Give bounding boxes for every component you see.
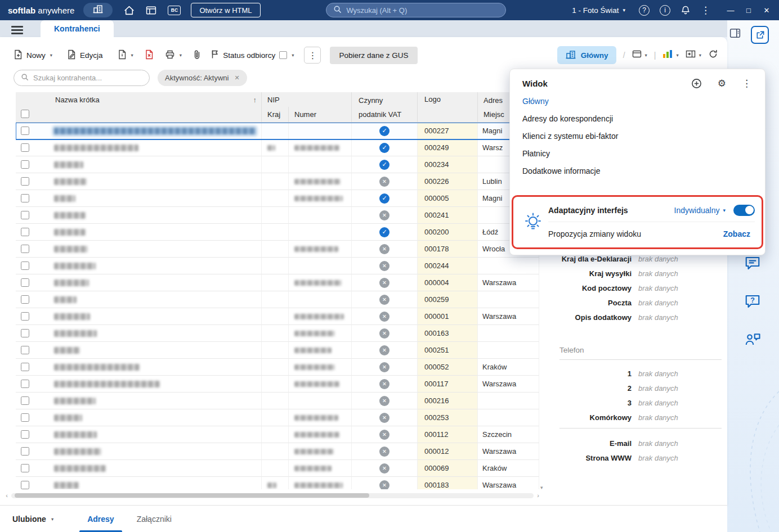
table-row[interactable]: ✕000259 <box>16 291 539 308</box>
topbar-menu-icon[interactable]: ⋮ <box>701 4 710 16</box>
scroll-down-icon[interactable]: ▾ <box>540 485 543 490</box>
toolbar-more-button[interactable]: ⋮ <box>304 47 321 64</box>
scroll-left-icon[interactable]: ‹ <box>3 492 10 499</box>
notifications-icon[interactable] <box>680 5 691 15</box>
row-checkbox[interactable] <box>21 464 29 472</box>
table-row[interactable]: ✕000001Warszawa <box>16 308 539 325</box>
contractor-search[interactable] <box>14 70 150 86</box>
table-row[interactable]: ✓000227Magni <box>16 123 539 139</box>
table-row[interactable]: ✕000004Warszawa <box>16 274 539 291</box>
table-row[interactable]: ✓000200Łódź <box>16 224 539 241</box>
view-option[interactable]: Płatnicy <box>510 145 765 163</box>
delete-button[interactable] <box>145 49 154 61</box>
table-row[interactable]: ✕000117Warszawa <box>16 376 539 393</box>
column-header-logo[interactable]: Logo <box>418 92 478 122</box>
contractor-search-input[interactable] <box>33 74 142 82</box>
row-checkbox[interactable] <box>21 396 29 405</box>
table-row[interactable]: ✕000244 <box>16 258 539 274</box>
edit-button[interactable]: Edycja <box>67 49 103 61</box>
settings-gear-icon[interactable]: ⚙ <box>718 78 726 89</box>
table-row[interactable]: ✕000226Lublin <box>16 173 539 190</box>
row-checkbox[interactable] <box>21 295 29 304</box>
maximize-button[interactable]: □ <box>740 6 758 15</box>
row-checkbox[interactable] <box>21 262 29 270</box>
table-row[interactable]: ✕000253 <box>16 409 539 426</box>
row-checkbox[interactable] <box>21 177 29 186</box>
pin-panel-icon[interactable] <box>729 28 741 40</box>
bottom-tab[interactable]: Załączniki <box>126 506 183 532</box>
view-popup-menu-icon[interactable]: ⋮ <box>742 78 751 89</box>
scroll-right-icon[interactable]: › <box>535 492 541 499</box>
row-checkbox[interactable] <box>21 380 29 388</box>
tab-kontrahenci[interactable]: Kontrahenci <box>41 20 114 37</box>
row-checkbox[interactable] <box>21 447 29 456</box>
minimize-button[interactable]: — <box>722 6 740 15</box>
table-row[interactable]: ✓000249Warsz <box>16 139 539 156</box>
table-row[interactable]: ✕000112Szczecin <box>16 426 539 443</box>
recipient-status-button[interactable]: Status odbiorcy ▾ <box>211 49 294 61</box>
row-checkbox[interactable] <box>21 329 29 337</box>
company-selector[interactable]: 1 - Foto Świat▾ <box>572 6 625 15</box>
row-checkbox[interactable] <box>21 413 29 422</box>
adaptive-mode-dropdown[interactable]: Indywidualny▾ <box>674 206 726 215</box>
column-header-kraj[interactable]: Kraj <box>262 107 289 122</box>
sort-ascending-icon[interactable]: ↑ <box>253 96 257 104</box>
open-in-html-button[interactable]: Otwórz w HTML <box>191 3 260 17</box>
info-icon[interactable]: i <box>660 5 670 16</box>
table-row[interactable]: ✕000012Warszawa <box>16 443 539 460</box>
row-checkbox[interactable] <box>21 127 29 135</box>
row-checkbox[interactable] <box>21 194 29 202</box>
row-checkbox[interactable] <box>21 245 29 253</box>
view-option[interactable]: Główny <box>510 93 765 110</box>
row-checkbox[interactable] <box>21 211 29 219</box>
adaptive-toggle[interactable] <box>733 205 755 216</box>
column-header-vat[interactable]: Czynnypodatnik VAT <box>352 92 418 122</box>
row-checkbox[interactable] <box>21 312 29 321</box>
gus-button[interactable]: Pobierz dane z GUS <box>330 47 417 64</box>
print-button[interactable]: ▾ <box>165 50 182 61</box>
table-row[interactable]: ✓000234 <box>16 156 539 173</box>
row-checkbox[interactable] <box>21 228 29 236</box>
scrollbar-thumb[interactable] <box>15 493 369 498</box>
column-header-numer[interactable]: Numer <box>289 107 352 122</box>
row-checkbox[interactable] <box>21 143 29 152</box>
active-module-button[interactable] <box>83 3 113 17</box>
see-proposal-link[interactable]: Zobacz <box>723 229 750 238</box>
add-view-icon[interactable] <box>691 78 702 89</box>
expert-chat-icon[interactable] <box>744 331 761 349</box>
table-row[interactable]: ✓000005Magni <box>16 190 539 207</box>
row-checkbox[interactable] <box>21 481 29 489</box>
table-row[interactable]: ✕000241 <box>16 207 539 224</box>
column-header-nip[interactable]: NIP <box>262 92 352 107</box>
global-search[interactable] <box>326 3 506 17</box>
scrollbar-track[interactable] <box>11 493 534 498</box>
view-option[interactable]: Dodatkowe informacje <box>510 163 765 180</box>
row-checkbox[interactable] <box>21 278 29 287</box>
view-option[interactable]: Adresy do korespondencji <box>510 110 765 128</box>
row-checkbox[interactable] <box>21 346 29 354</box>
home-button[interactable] <box>124 6 135 15</box>
horizontal-scrollbar[interactable]: ‹ › <box>3 492 541 499</box>
table-row[interactable]: ✕000178Wrocła <box>16 241 539 258</box>
row-checkbox[interactable] <box>21 160 29 169</box>
close-button[interactable]: ✕ <box>758 6 776 15</box>
table-row[interactable]: ✕000216 <box>16 393 539 409</box>
global-search-input[interactable] <box>346 6 499 15</box>
table-row[interactable]: ✕000251 <box>16 342 539 359</box>
view-option[interactable]: Klienci z systemu ebi-faktor <box>510 128 765 145</box>
comments-icon[interactable] <box>744 255 761 273</box>
row-checkbox[interactable] <box>21 430 29 439</box>
attachments-button[interactable] <box>193 49 201 61</box>
select-all-checkbox[interactable] <box>21 110 29 118</box>
remove-filter-icon[interactable]: ✕ <box>234 74 239 82</box>
activity-filter-chip[interactable]: Aktywność: Aktywni ✕ <box>158 70 247 86</box>
bottom-tab[interactable]: Adresy <box>76 506 125 532</box>
catalog-button[interactable] <box>146 6 156 15</box>
new-button[interactable]: Nowy▾ <box>14 49 52 61</box>
table-row[interactable]: ✕000163 <box>16 325 539 342</box>
document-info-button[interactable]: ▾ <box>118 49 133 61</box>
bc-module-button[interactable]: BC <box>168 6 181 15</box>
row-checkbox[interactable] <box>21 363 29 371</box>
help-icon[interactable]: ? <box>639 5 650 16</box>
menu-icon[interactable] <box>11 24 23 36</box>
